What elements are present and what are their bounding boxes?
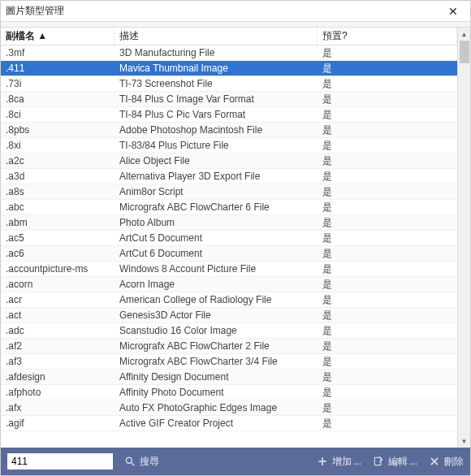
cell-description: Micrografx ABC FlowCharter 2 File [115,340,318,352]
table-row[interactable]: .afphotoAffinity Photo Document是 [1,385,457,400]
cell-preset: 是 [318,123,457,137]
cell-preset: 是 [318,417,457,431]
table-row[interactable]: .acornAcorn Image是 [1,277,457,292]
cell-extension: .agif [1,418,115,429]
cell-extension: .af2 [1,340,115,352]
cell-description: ArtCut 6 Document [115,248,318,259]
cell-preset: 是 [318,108,457,122]
cell-preset: 是 [318,62,457,76]
cell-extension: .8xi [1,140,115,151]
table-row[interactable]: .accountpicture-msWindows 8 Account Pict… [1,262,457,277]
cell-preset: 是 [318,77,457,91]
cell-extension: .af3 [1,356,115,367]
cell-description: Auto FX PhotoGraphic Edges Image [115,402,318,413]
table-row[interactable]: .8pbsAdobe Photoshop Macintosh File是 [1,123,457,138]
vertical-scrollbar[interactable]: ▲ ▼ [457,28,470,448]
table-row[interactable]: .411Mavica Thumbnail Image是 [1,61,457,76]
svg-point-0 [126,457,132,463]
cell-description: Affinity Photo Document [115,387,318,398]
table-row[interactable]: .actGenesis3D Actor File是 [1,308,457,323]
cell-preset: 是 [318,262,457,276]
cell-preset: 是 [318,401,457,415]
cell-preset: 是 [318,247,457,261]
cell-extension: .abm [1,217,115,228]
table-row[interactable]: .adcScanstudio 16 Color Image是 [1,323,457,339]
table-row[interactable]: .af3Micrografx ABC FlowCharter 3/4 File是 [1,354,457,370]
cell-extension: .3mf [1,47,115,58]
scroll-track[interactable] [458,41,470,435]
column-header-extension[interactable]: 副檔名 ▲ [1,28,115,45]
cell-description: American College of Radiology File [115,294,318,305]
cell-extension: .a2c [1,155,115,167]
table-row[interactable]: .8ciTI-84 Plus C Pic Vars Format是 [1,107,457,123]
cell-preset: 是 [318,139,457,153]
column-header-preset[interactable]: 預置? [318,28,457,45]
cell-preset: 是 [318,154,457,168]
cell-preset: 是 [318,293,457,307]
cell-extension: .act [1,309,115,321]
dialog-window: 圖片類型管理 ✕ 副檔名 ▲ 描述 預置? .3mf3D Manufacturi… [0,0,471,476]
delete-button[interactable]: 刪除 [429,455,464,469]
cell-preset: 是 [318,309,457,322]
cell-description: Mavica Thumbnail Image [115,63,318,74]
table-row[interactable]: .ac6ArtCut 6 Document是 [1,246,457,262]
cell-description: Micrografx ABC FlowCharter 3/4 File [115,356,318,367]
table-row[interactable]: .8xiTI-83/84 Plus Picture File是 [1,138,457,154]
scroll-up-arrow-icon[interactable]: ▲ [458,28,470,41]
table-row[interactable]: .acrAmerican College of Radiology File是 [1,292,457,308]
cell-extension: .8pbs [1,124,115,136]
table-header: 副檔名 ▲ 描述 預置? [1,28,457,45]
table-row[interactable]: .agifActive GIF Creator Project是 [1,416,457,431]
table-row[interactable]: .abcMicrografx ABC FlowCharter 6 File是 [1,200,457,215]
table-rows: .3mf3D Manufacturing File是.411Mavica Thu… [1,45,457,431]
cell-description: 3D Manufacturing File [115,47,318,58]
table-row[interactable]: .ac5ArtCut 5 Document是 [1,231,457,246]
cell-extension: .afdesign [1,371,115,383]
cell-preset: 是 [318,340,457,353]
table-row[interactable]: .abmPhoto Album是 [1,215,457,231]
cell-description: Micrografx ABC FlowCharter 6 File [115,201,318,213]
cell-description: TI-84 Plus C Pic Vars Format [115,109,318,120]
add-button-dots: ... [353,456,361,467]
cell-description: TI-73 Screenshot File [115,78,318,89]
plus-icon [317,456,328,467]
edit-button[interactable]: 編輯... [373,455,417,469]
cell-preset: 是 [318,324,457,338]
cell-description: Alternativa Player 3D Export File [115,171,318,182]
table-row[interactable]: .afdesignAffinity Design Document是 [1,370,457,385]
cell-preset: 是 [318,170,457,184]
table-row[interactable]: .3mf3D Manufacturing File是 [1,45,457,61]
column-header-description[interactable]: 描述 [115,28,318,45]
table-row[interactable]: .afxAuto FX PhotoGraphic Edges Image是 [1,400,457,416]
cell-extension: .73i [1,78,115,89]
table-row[interactable]: .8caTI-84 Plus C Image Var Format是 [1,92,457,107]
window-title: 圖片類型管理 [6,4,441,18]
search-icon [124,456,136,467]
edit-icon [373,456,384,467]
search-button[interactable]: 搜尋 [124,455,159,469]
add-button[interactable]: 增加... [317,455,361,469]
table-row[interactable]: .a2cAlice Object File是 [1,154,457,169]
search-input[interactable] [7,453,113,470]
scroll-thumb[interactable] [460,41,469,63]
table-row[interactable]: .73iTI-73 Screenshot File是 [1,76,457,92]
footer-toolbar: 搜尋 增加... 編輯... 刪除 [1,448,470,475]
table-row[interactable]: .a3dAlternativa Player 3D Export File是 [1,169,457,184]
cell-preset: 是 [318,216,457,230]
cell-extension: .afphoto [1,387,115,398]
cell-description: Alice Object File [115,155,318,167]
cell-extension: .acr [1,294,115,305]
cell-description: Adobe Photoshop Macintosh File [115,124,318,136]
table-row[interactable]: .a8sAnim8or Script是 [1,184,457,200]
cell-description: Active GIF Creator Project [115,418,318,429]
close-button[interactable]: ✕ [441,3,465,19]
table-container: 副檔名 ▲ 描述 預置? .3mf3D Manufacturing File是.… [1,27,470,448]
cell-extension: .abc [1,201,115,213]
table-row[interactable]: .af2Micrografx ABC FlowCharter 2 File是 [1,339,457,354]
cell-preset: 是 [318,386,457,400]
scroll-down-arrow-icon[interactable]: ▼ [458,435,470,448]
cell-preset: 是 [318,201,457,214]
cell-extension: .accountpicture-ms [1,263,115,275]
delete-icon [429,456,440,467]
svg-line-1 [132,463,135,466]
